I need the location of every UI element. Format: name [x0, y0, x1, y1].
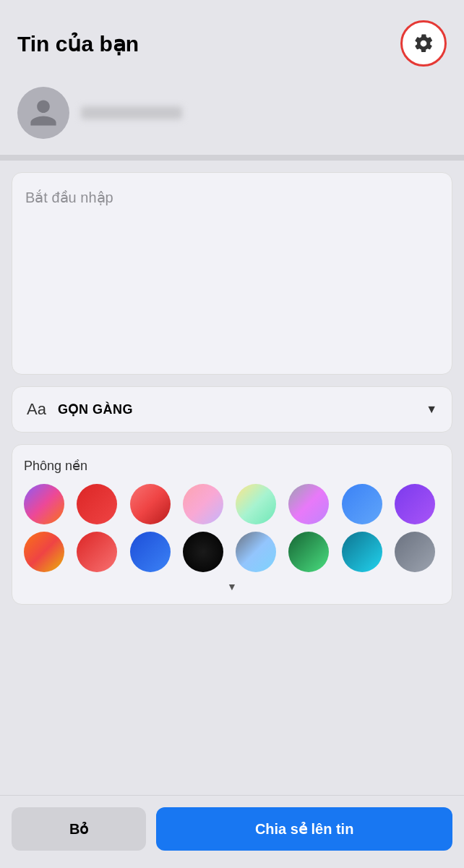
person-icon — [27, 97, 59, 129]
background-circle-13[interactable] — [236, 532, 276, 572]
background-circle-16[interactable] — [395, 532, 435, 572]
background-circle-14[interactable] — [288, 532, 329, 572]
font-selector[interactable]: Aa GỌN GÀNG ▼ — [12, 386, 452, 433]
background-circle-5[interactable] — [236, 484, 276, 524]
page-title: Tin của bạn — [17, 31, 139, 56]
background-circle-3[interactable] — [130, 484, 171, 524]
background-circle-12[interactable] — [183, 532, 223, 572]
background-circle-15[interactable] — [342, 532, 382, 572]
header: Tin của bạn — [0, 0, 464, 80]
text-input-section: Bắt đầu nhập — [0, 161, 464, 386]
section-divider — [0, 155, 464, 161]
bottom-bar: Bỏ Chia sẻ lên tin — [0, 795, 464, 868]
settings-button[interactable] — [400, 20, 447, 67]
expand-icon[interactable]: ▼ — [24, 578, 440, 597]
username-display — [81, 106, 182, 119]
font-selector-left: Aa GỌN GÀNG — [27, 400, 133, 419]
background-grid — [24, 484, 440, 572]
background-section: Phông nền ▼ — [0, 444, 464, 616]
chevron-down-icon: ▼ — [426, 403, 437, 416]
avatar — [17, 87, 69, 139]
font-section: Aa GỌN GÀNG ▼ — [0, 386, 464, 444]
gear-icon — [413, 33, 434, 54]
background-circle-4[interactable] — [183, 484, 223, 524]
share-button[interactable]: Chia sẻ lên tin — [156, 807, 452, 851]
background-circle-8[interactable] — [395, 484, 435, 524]
background-circle-2[interactable] — [77, 484, 117, 524]
background-box: Phông nền ▼ — [12, 444, 452, 605]
text-input-box[interactable]: Bắt đầu nhập — [12, 172, 452, 375]
cancel-button[interactable]: Bỏ — [12, 807, 146, 851]
background-circle-11[interactable] — [130, 532, 171, 572]
profile-row — [0, 80, 464, 155]
background-circle-1[interactable] — [24, 484, 64, 524]
background-circle-9[interactable] — [24, 532, 64, 572]
background-label: Phông nền — [24, 458, 440, 474]
font-aa-label: Aa — [27, 400, 46, 419]
background-circle-7[interactable] — [342, 484, 382, 524]
background-circle-6[interactable] — [288, 484, 329, 524]
text-input-placeholder: Bắt đầu nhập — [25, 190, 113, 205]
background-circle-10[interactable] — [77, 532, 117, 572]
font-name-label: GỌN GÀNG — [58, 401, 133, 417]
